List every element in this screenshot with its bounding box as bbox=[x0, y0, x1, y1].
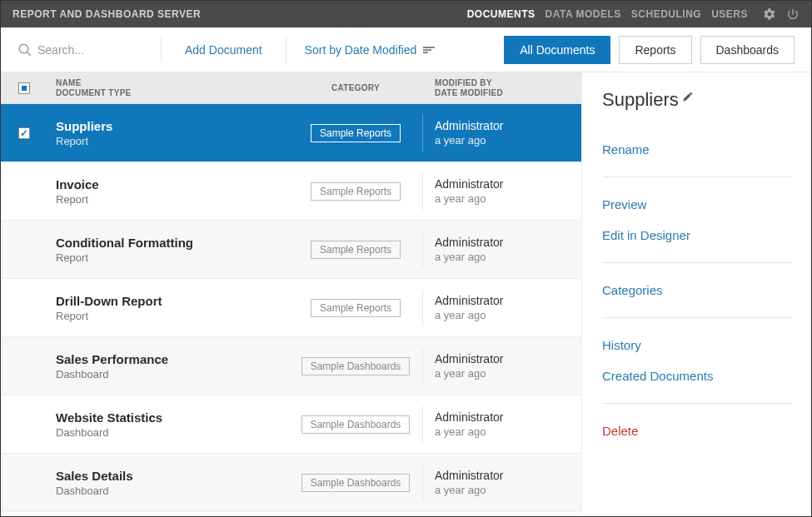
table-row[interactable]: SuppliersReportSample ReportsAdministrat… bbox=[1, 104, 581, 162]
doc-type: Report bbox=[56, 193, 289, 206]
nav-documents[interactable]: DOCUMENTS bbox=[467, 8, 536, 20]
detail-title: Suppliers bbox=[602, 89, 679, 111]
doc-name: Suppliers bbox=[56, 119, 289, 133]
doc-name: Drill-Down Report bbox=[56, 294, 289, 308]
col-header-name[interactable]: NAME bbox=[56, 78, 289, 88]
modified-by: Administrator bbox=[435, 294, 581, 307]
category-badge[interactable]: Sample Reports bbox=[311, 124, 401, 142]
table-row[interactable]: InvoiceReportSample ReportsAdministrator… bbox=[1, 162, 581, 221]
divider bbox=[286, 37, 286, 62]
doc-type: Report bbox=[56, 135, 289, 147]
toolbar: Add Document Sort by Date Modified All D… bbox=[1, 27, 811, 72]
power-icon[interactable] bbox=[786, 7, 800, 21]
action-rename[interactable]: Rename bbox=[602, 134, 791, 165]
divider bbox=[161, 37, 162, 62]
modified-date: a year ago bbox=[435, 367, 581, 380]
modified-by: Administrator bbox=[435, 177, 581, 191]
filter-dashboards[interactable]: Dashboards bbox=[700, 36, 795, 64]
select-all-checkbox[interactable] bbox=[18, 82, 30, 94]
nav-scheduling[interactable]: SCHEDULING bbox=[631, 8, 701, 20]
table-row[interactable]: Drill-Down ReportReportSample ReportsAdm… bbox=[1, 279, 581, 337]
doc-type: Report bbox=[56, 251, 289, 264]
modified-by: Administrator bbox=[435, 119, 581, 132]
modified-by: Administrator bbox=[435, 469, 581, 482]
detail-title-wrap: Suppliers bbox=[602, 89, 791, 111]
action-delete[interactable]: Delete bbox=[602, 415, 791, 446]
modified-date: a year ago bbox=[435, 134, 581, 147]
category-badge[interactable]: Sample Dashboards bbox=[301, 474, 411, 492]
action-categories[interactable]: Categories bbox=[602, 275, 791, 306]
document-grid: NAME DOCUMENT TYPE CATEGORY MODIFIED BY … bbox=[1, 72, 582, 516]
col-header-modified-by[interactable]: MODIFIED BY bbox=[435, 78, 581, 88]
sort-label: Sort by Date Modified bbox=[305, 43, 417, 57]
action-preview[interactable]: Preview bbox=[602, 189, 791, 220]
doc-name: Website Statistics bbox=[56, 410, 289, 425]
topbar: REPORT AND DASHBOARD SERVER DOCUMENTS DA… bbox=[1, 1, 811, 27]
row-checkbox[interactable] bbox=[18, 127, 30, 139]
modified-date: a year ago bbox=[435, 309, 581, 321]
col-header-date-modified[interactable]: DATE MODIFIED bbox=[435, 88, 581, 98]
filter-reports[interactable]: Reports bbox=[619, 36, 691, 64]
sort-control[interactable]: Sort by Date Modified bbox=[295, 43, 446, 57]
search-icon bbox=[17, 42, 32, 57]
add-document-link[interactable]: Add Document bbox=[170, 43, 277, 57]
col-header-category[interactable]: CATEGORY bbox=[289, 83, 422, 92]
category-badge[interactable]: Sample Reports bbox=[311, 182, 401, 201]
modified-by: Administrator bbox=[435, 236, 581, 249]
detail-panel: Suppliers Rename Preview Edit in Designe… bbox=[582, 72, 811, 516]
modified-date: a year ago bbox=[435, 484, 581, 496]
nav-data-models[interactable]: DATA MODELS bbox=[545, 8, 621, 20]
nav-users[interactable]: USERS bbox=[711, 8, 748, 20]
grid-header: NAME DOCUMENT TYPE CATEGORY MODIFIED BY … bbox=[1, 72, 581, 104]
filter-segment: All Documents Reports Dashboards bbox=[504, 36, 801, 64]
doc-type: Dashboard bbox=[56, 368, 289, 380]
doc-type: Dashboard bbox=[56, 426, 289, 439]
filter-all-documents[interactable]: All Documents bbox=[504, 36, 610, 64]
doc-type: Report bbox=[56, 310, 289, 322]
search-input[interactable] bbox=[37, 43, 137, 57]
col-header-document-type[interactable]: DOCUMENT TYPE bbox=[56, 88, 289, 98]
doc-name: Conditional Formatting bbox=[56, 236, 289, 250]
table-row[interactable]: Conditional FormattingReportSample Repor… bbox=[1, 221, 581, 279]
modified-by: Administrator bbox=[435, 410, 581, 424]
svg-line-1 bbox=[27, 52, 31, 56]
modified-date: a year ago bbox=[435, 425, 581, 438]
app-title: REPORT AND DASHBOARD SERVER bbox=[12, 8, 201, 20]
category-badge[interactable]: Sample Dashboards bbox=[301, 415, 411, 434]
category-badge[interactable]: Sample Reports bbox=[311, 299, 401, 317]
table-row[interactable]: Website StatisticsDashboardSample Dashbo… bbox=[1, 395, 581, 454]
doc-name: Sales Details bbox=[56, 469, 289, 483]
doc-name: Sales Performance bbox=[56, 352, 289, 366]
modified-date: a year ago bbox=[435, 192, 581, 205]
pencil-icon[interactable] bbox=[682, 91, 694, 102]
action-created-documents[interactable]: Created Documents bbox=[602, 360, 791, 391]
doc-type: Dashboard bbox=[56, 485, 289, 497]
modified-date: a year ago bbox=[435, 251, 581, 263]
sort-icon bbox=[423, 46, 435, 54]
svg-point-0 bbox=[19, 44, 28, 53]
category-badge[interactable]: Sample Dashboards bbox=[301, 357, 411, 375]
action-history[interactable]: History bbox=[602, 330, 791, 360]
search-wrap bbox=[11, 42, 152, 57]
doc-name: Invoice bbox=[56, 177, 289, 191]
gear-icon[interactable] bbox=[763, 7, 776, 21]
modified-by: Administrator bbox=[435, 352, 581, 365]
action-edit-designer[interactable]: Edit in Designer bbox=[602, 220, 791, 251]
table-row[interactable]: Sales PerformanceDashboardSample Dashboa… bbox=[1, 337, 581, 395]
table-row[interactable]: Sales DetailsDashboardSample DashboardsA… bbox=[1, 454, 581, 512]
category-badge[interactable]: Sample Reports bbox=[311, 241, 401, 259]
